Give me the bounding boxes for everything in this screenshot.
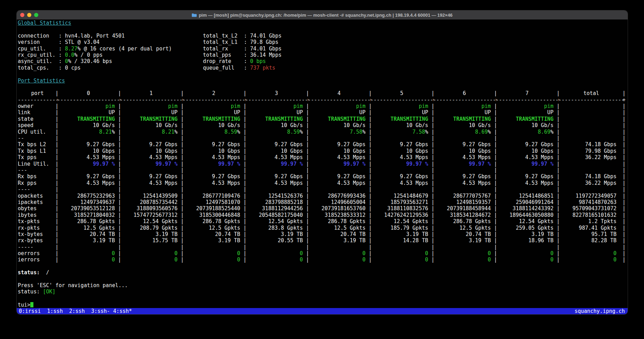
- cell-value: 286777109476: [203, 193, 240, 199]
- cell-value: 99.97 %: [344, 161, 366, 167]
- cell-port-2: |: [182, 186, 245, 192]
- column-separator: |: [243, 225, 246, 231]
- column-separator: |: [243, 250, 246, 257]
- column-separator: |: [369, 212, 372, 218]
- cell-port-1: |9.27 Gbps: [120, 141, 182, 148]
- table-row-line-util: Line Util.|99.97 %|99.97 %|99.97 %|99.97…: [18, 161, 624, 167]
- column-separator: |: [55, 225, 58, 231]
- column-header-label: 2: [212, 90, 215, 96]
- cell-port-4: |12.5 Gpkts: [308, 225, 370, 231]
- row-label-text: ierrors: [18, 257, 40, 263]
- command-prompt-line[interactable]: tui>: [18, 301, 628, 308]
- cell-port-1: |4.53 Mpps: [120, 154, 182, 160]
- cell-value: UP: [547, 109, 553, 116]
- table-row-tx-bytes: tx-bytes|20.74 TB|3.19 TB|20.74 TB|3.19 …: [18, 231, 624, 237]
- cell-port-3: |283.8 Gpkts: [245, 225, 308, 231]
- cell-port-4: |10 Gbps: [308, 148, 370, 154]
- cell-total: |: [558, 129, 624, 135]
- cell-value: 4.53 Mpps: [87, 180, 115, 186]
- cell-value: 99.97 %: [156, 161, 178, 167]
- column-separator: |: [243, 173, 246, 180]
- cell-port-1: |TRANSMITTING: [120, 116, 182, 122]
- cell-value: pim: [105, 103, 115, 109]
- cell-port-5: |pim: [370, 103, 433, 109]
- column-separator: |: [369, 250, 372, 257]
- cell-port-5: |: [370, 167, 433, 173]
- column-separator: |: [369, 173, 372, 180]
- cell-value: 9.27 Gbps: [337, 173, 366, 180]
- table-row-owner: owner|pim|pim|pim|pim|pim|pim|pim|pim||: [18, 103, 624, 109]
- stat-label: drop_rate: [203, 58, 244, 64]
- cell-port-0: |: [57, 244, 120, 250]
- column-separator: |: [181, 122, 184, 128]
- cell-port-2: |: [182, 135, 245, 141]
- cell-value: 99.97 %: [532, 161, 553, 167]
- cell-value: 12497581070: [206, 199, 240, 205]
- column-separator: |: [369, 129, 372, 135]
- cell-value: 99.97 %: [218, 161, 240, 167]
- cell-port-1: |pim: [120, 103, 182, 109]
- cell-value: 3.19 TB: [156, 231, 178, 237]
- column-separator: |: [181, 225, 184, 231]
- titlebar[interactable]: pim — [mosh] pim@squanchy.ipng.ch: /home…: [17, 10, 628, 19]
- column-separator: |: [55, 122, 58, 128]
- cell-value: 4.53 Mpps: [337, 154, 366, 160]
- cell-total: |1197272349057: [558, 193, 624, 199]
- cell-total: |: [558, 161, 624, 167]
- cell-port-7: |3.19 TB: [496, 231, 558, 237]
- column-separator: |: [494, 237, 497, 244]
- cell-value: UP: [422, 109, 428, 116]
- column-header-2: |2: [182, 90, 245, 96]
- stat-colon: :: [58, 46, 65, 52]
- cell-total: |: [558, 109, 624, 116]
- cell-value: 286776993436: [328, 193, 366, 199]
- column-separator: |: [431, 218, 434, 224]
- cell-port-0: |9.27 Gbps: [57, 173, 120, 180]
- cell-port-3: |12541526376: [245, 193, 308, 199]
- divider-cell: +---------------------------------------…: [245, 97, 308, 103]
- column-separator: |: [369, 186, 372, 192]
- column-separator: |: [181, 193, 184, 199]
- cell-port-2: |TRANSMITTING: [182, 116, 245, 122]
- cell-port-0: |12497349637: [57, 199, 120, 205]
- cell-port-1: |10 Gb/s: [120, 122, 182, 128]
- row-label: oerrors: [18, 250, 57, 257]
- column-header-label: 0: [87, 90, 90, 96]
- column-separator: |: [243, 135, 246, 141]
- cell-value: 20.74 TB: [90, 231, 115, 237]
- column-header-label: 6: [463, 90, 466, 96]
- column-separator: |: [494, 225, 497, 231]
- row-label: ierrors: [18, 257, 57, 263]
- prompt-label: tui>: [18, 302, 30, 308]
- tmux-window-list[interactable]: 0:irssi 1:ssh 2:ssh 3:ssh- 4:ssh*: [19, 308, 132, 314]
- zoom-button[interactable]: [34, 13, 38, 17]
- cell-port-6: |3.19 TB: [433, 237, 496, 244]
- column-separator: |: [55, 199, 58, 205]
- stat-label: cpu_util.: [18, 46, 58, 52]
- close-button[interactable]: [20, 13, 24, 17]
- minimize-button[interactable]: [27, 13, 31, 17]
- column-separator: |: [181, 148, 184, 154]
- cell-port-0: |10 Gb/s: [57, 122, 120, 128]
- column-separator: |: [306, 167, 309, 173]
- cell-value: 3188093560576: [137, 205, 178, 212]
- column-header-7: |7: [496, 90, 558, 96]
- column-separator: |: [494, 180, 497, 186]
- cell-value: 0: [237, 250, 240, 257]
- column-separator: |: [431, 90, 434, 96]
- column-separator: |: [243, 244, 246, 250]
- column-separator: |: [118, 180, 121, 186]
- column-separator: |: [557, 90, 560, 96]
- column-separator: |: [118, 225, 121, 231]
- cell-port-4: |UP: [308, 109, 370, 116]
- row-label-text: obytes: [18, 205, 37, 212]
- terminal-window: pim — [mosh] pim@squanchy.ipng.ch: /home…: [17, 10, 628, 314]
- cell-port-5: |0: [370, 250, 433, 257]
- cell-value: 12.54 Gpkts: [268, 218, 303, 224]
- divider-dashes: ----------------------------------------…: [558, 97, 624, 103]
- table-row-ipackets: ipackets|12497349637|208785735442|124975…: [18, 199, 624, 205]
- cell-port-2: |pim: [182, 103, 245, 109]
- row-label: ----: [18, 186, 57, 192]
- column-separator: |: [55, 116, 58, 122]
- cell-port-4: |: [308, 186, 370, 192]
